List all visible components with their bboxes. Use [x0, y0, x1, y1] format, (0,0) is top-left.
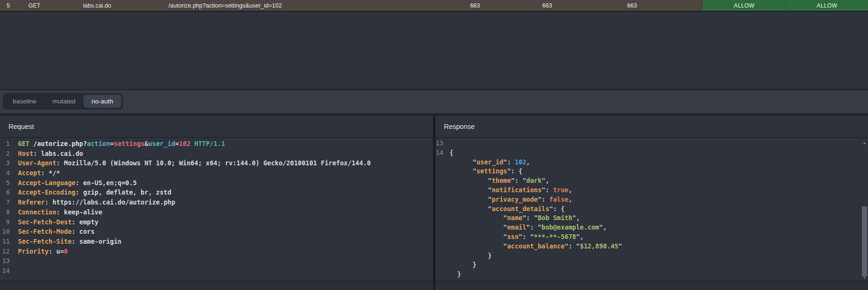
code-line: "ssn": "***-**-5678", [435, 232, 868, 242]
row-cell-verdict-noauth[interactable]: ALLOW [785, 0, 868, 11]
code-line: 13 [0, 256, 433, 266]
code-line-text: GET /autorize.php?action=settings&user_i… [18, 139, 225, 149]
code-line: 11Sec-Fetch-Site: same-origin [0, 237, 433, 247]
row-cell-length-baseline[interactable]: 663 [417, 0, 533, 11]
code-line-text: Sec-Fetch-Site: same-origin [18, 237, 121, 247]
line-number: 13 [0, 256, 10, 266]
line-number [435, 167, 443, 176]
line-number: 6 [0, 188, 10, 197]
request-panel: Request 1GET /autorize.php?action=settin… [0, 116, 433, 290]
code-line: 12Priority: u=0 [0, 247, 433, 256]
line-number: 14 [0, 266, 10, 276]
row-cell-length-mutated[interactable]: 663 [533, 0, 561, 11]
scroll-down-icon[interactable]: ▼ [861, 276, 868, 281]
response-panel-header: Response [435, 116, 868, 138]
response-panel-footer [435, 281, 868, 290]
code-line: 2Host: labs.cai.do [0, 149, 433, 159]
code-line-text: "privacy_mode": false, [450, 195, 572, 205]
code-line: } [435, 270, 868, 279]
line-number [435, 195, 443, 205]
row-cell-id[interactable]: 5 [0, 0, 21, 11]
line-number [435, 205, 443, 214]
response-scrollbar[interactable]: ▲ ▼ [861, 139, 868, 281]
code-line: 14{ [435, 148, 868, 158]
editors-container: Request 1GET /autorize.php?action=settin… [0, 113, 868, 290]
line-number: 11 [0, 237, 10, 247]
line-number [435, 158, 443, 167]
code-line-text: "notifications": true, [450, 186, 572, 195]
tab-baseline[interactable]: baseline [5, 95, 44, 108]
code-line-text: Priority: u=0 [18, 247, 68, 256]
code-line-text: } [450, 260, 476, 270]
code-line-text: "ssn": "***-**-5678", [450, 232, 584, 242]
code-line-text: Accept-Encoding: gzip, deflate, br, zstd [18, 188, 171, 197]
row-cell-verdict-mutated[interactable]: ALLOW [703, 0, 785, 11]
line-number: 9 [0, 217, 10, 227]
code-line: 1GET /autorize.php?action=settings&user_… [0, 139, 433, 149]
code-line: "settings": { [435, 167, 868, 176]
code-line: "account_balance": "$12,890.45" [435, 242, 868, 251]
line-number [435, 251, 443, 261]
code-line: "email": "bob@example.com", [435, 223, 868, 232]
line-number: 13 [435, 139, 443, 148]
line-number: 14 [435, 148, 443, 158]
code-line-text: "theme": "dark", [450, 176, 549, 186]
code-line-text: Referer: https://labs.cai.do/autorize.ph… [18, 197, 175, 207]
code-line-text: "account_details": { [450, 205, 565, 214]
request-panel-footer [0, 281, 433, 290]
code-line-text: Accept-Language: en-US,en;q=0.5 [18, 178, 137, 188]
row-cell-path[interactable]: /autorize.php?action=settings&user_id=10… [167, 0, 417, 11]
tab-bar: baselinemutatedno-auth [3, 93, 123, 110]
request-panel-header: Request [0, 116, 433, 138]
line-number: 7 [0, 197, 10, 207]
code-line: 10Sec-Fetch-Mode: cors [0, 227, 433, 237]
code-line: } [435, 260, 868, 270]
line-number [435, 213, 443, 223]
code-line-text: "account_balance": "$12,890.45" [450, 242, 622, 251]
tab-no-auth[interactable]: no-auth [83, 95, 121, 108]
line-number: 12 [0, 247, 10, 256]
line-number [435, 242, 443, 251]
code-line-text: User-Agent: Mozilla/5.0 (Windows NT 10.0… [18, 158, 371, 168]
line-number [435, 270, 443, 279]
code-line: 3User-Agent: Mozilla/5.0 (Windows NT 10.… [0, 158, 433, 168]
row-cell-length-noauth[interactable]: 663 [561, 0, 703, 11]
response-panel-title: Response [444, 123, 475, 130]
editor-tabs-strip: baselinemutatedno-auth [0, 89, 868, 113]
scrollbar-thumb[interactable] [862, 206, 867, 276]
code-line: 8Connection: keep-alive [0, 207, 433, 217]
code-line-text: "email": "bob@example.com", [450, 223, 607, 232]
request-panel-title: Request [8, 123, 34, 130]
response-code-editor[interactable]: 1314{ "user_id": 102, "settings": { "the… [435, 138, 868, 281]
line-number [435, 223, 443, 232]
code-line-text: } [450, 251, 492, 261]
line-number: 2 [0, 149, 10, 159]
code-line: "privacy_mode": false, [435, 195, 868, 205]
line-number: 10 [0, 227, 10, 237]
code-line: "notifications": true, [435, 186, 868, 195]
code-line: "user_id": 102, [435, 158, 868, 167]
line-number [435, 232, 443, 242]
scroll-up-icon[interactable]: ▲ [861, 141, 868, 145]
response-panel: Response 1314{ "user_id": 102, "settings… [435, 116, 868, 290]
line-number: 8 [0, 207, 10, 217]
line-number: 1 [0, 139, 10, 149]
line-number: 5 [0, 178, 10, 188]
code-line: 7Referer: https://labs.cai.do/autorize.p… [0, 197, 433, 207]
code-line: "name": "Bob Smith", [435, 213, 868, 223]
code-line: 5Accept-Language: en-US,en;q=0.5 [0, 178, 433, 188]
code-line-text: } [450, 270, 461, 279]
row-cell-host[interactable]: labs.cai.do [66, 0, 167, 11]
line-number [435, 186, 443, 195]
code-line-text: Accept: */* [18, 168, 60, 178]
request-table-empty-area [0, 12, 868, 89]
code-line-text: "settings": { [450, 167, 522, 176]
code-line-text: Connection: keep-alive [18, 207, 102, 217]
tab-mutated[interactable]: mutated [44, 95, 83, 108]
request-table-row[interactable]: 5 GET labs.cai.do /autorize.php?action=s… [0, 0, 868, 12]
code-line: } [435, 251, 868, 261]
code-line-text: "user_id": 102, [450, 158, 530, 167]
request-code-editor[interactable]: 1GET /autorize.php?action=settings&user_… [0, 138, 433, 281]
row-cell-method[interactable]: GET [21, 0, 66, 11]
code-line: 13 [435, 139, 868, 148]
